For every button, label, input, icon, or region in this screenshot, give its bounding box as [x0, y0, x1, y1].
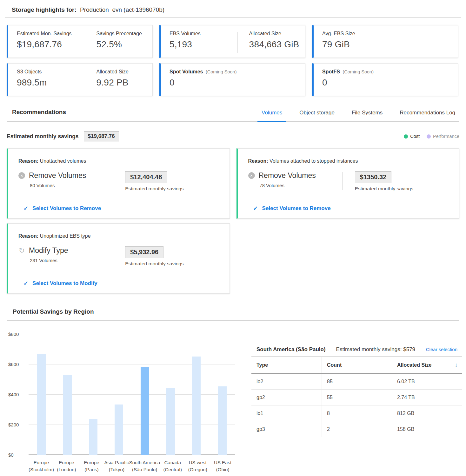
check-icon	[253, 205, 258, 212]
legend-item-performance: Performance	[427, 134, 459, 139]
legend: Cost Performance	[404, 134, 459, 139]
count-cell: 2	[322, 421, 392, 437]
action-row: Modify Type 231 Volumes $5,932.96 Estima…	[18, 246, 219, 267]
table-row: gp2 55 2.74 TB	[251, 390, 462, 405]
page-title-label: Storage highlights for:	[12, 6, 77, 13]
clear-selection-link[interactable]: Clear selection	[426, 347, 457, 352]
performance-dot-icon	[427, 134, 431, 139]
remove-volume-icon	[248, 172, 255, 179]
region-section-title: Potential Savings by Region	[7, 308, 459, 320]
allocated-size-cell: 6.02 TB	[392, 374, 462, 389]
kpi-label: EBS Volumes	[170, 31, 237, 37]
legend-cost-label: Cost	[410, 134, 420, 139]
tab-recommendations-log[interactable]: Recommendations Log	[396, 110, 459, 121]
kpi-label: Allocated Size	[97, 69, 152, 75]
action-row: Remove Volumes 78 Volumes $1350.32 Estim…	[248, 171, 449, 192]
kpi-value: $19,687.76	[17, 39, 85, 50]
bar-asia-pacific-tokyo[interactable]	[115, 405, 123, 455]
column-header-allocated-size[interactable]: Allocated Size	[392, 357, 462, 373]
table-row: io2 85 6.02 TB	[251, 374, 462, 390]
savings-label: Estimated monthly savings	[125, 186, 183, 192]
summary-value-badge: $19,687.76	[84, 131, 119, 141]
link-label: Select Volumes to Modify	[32, 280, 97, 287]
bar-europe-london[interactable]	[63, 375, 72, 455]
modify-type-refresh-icon	[18, 247, 25, 254]
kpi-value: 79 GiB	[322, 39, 458, 50]
check-icon	[23, 280, 28, 287]
reason-text: Unoptimized EBS type	[40, 233, 91, 239]
select-volumes-to-remove-link[interactable]: Select Volumes to Remove	[18, 198, 219, 212]
coming-soon-badge: (Coming Soon)	[206, 69, 237, 74]
savings-label: Estimated monthly savings	[355, 186, 413, 192]
bar-us-west-oregon[interactable]	[192, 357, 201, 455]
account-name: Production_evn (act-1396070b)	[80, 6, 164, 13]
type-cell: io2	[251, 374, 322, 389]
allocated-size-cell: 2.74 TB	[392, 390, 462, 405]
bar-europe-paris[interactable]	[89, 419, 97, 455]
bar-canada-central[interactable]	[166, 388, 175, 455]
reason-line: Reason: Unattached volumes	[18, 158, 219, 164]
kpi-value: 384,663 GiB	[249, 39, 305, 50]
reason-line: Reason: Volumes attached to stopped inst…	[248, 158, 449, 164]
x-axis-label: South America(São Paulo)	[129, 459, 160, 473]
page-header: Storage highlights for: Production_evn (…	[0, 0, 466, 13]
kpi-card-spotfs: SpotFS (Coming Soon) 0	[312, 63, 458, 96]
tab-file-systems[interactable]: File Systems	[348, 110, 387, 121]
legend-item-cost: Cost	[404, 134, 420, 139]
recommendations-header: Recommendations Volumes Object storage F…	[7, 109, 459, 122]
savings-value-badge: $1350.32	[355, 171, 391, 183]
y-axis-tick: $600	[8, 362, 23, 367]
link-label: Select Volumes to Remove	[32, 205, 101, 212]
bar-south-america-sao-paulo[interactable]	[141, 367, 149, 455]
kpi-value: 989.5m	[17, 78, 85, 88]
reason-label: Reason:	[248, 158, 268, 164]
reason-text: Unattached volumes	[40, 158, 86, 164]
bar-us-east-ohio[interactable]	[218, 386, 227, 455]
kpi-label: SpotFS (Coming Soon)	[322, 69, 458, 75]
kpi-product-name: Spot Volumes	[170, 69, 203, 74]
kpi-value: 52.5%	[97, 39, 152, 50]
table-row: io1 8 812 GB	[251, 405, 462, 421]
type-cell: gp3	[251, 421, 322, 437]
count-cell: 55	[322, 390, 392, 405]
y-axis-tick: $200	[8, 422, 23, 427]
kpi-value: 0	[322, 78, 458, 88]
x-axis-label: US East(Ohio)	[210, 459, 235, 473]
x-axis-label: US west(Oregon)	[185, 459, 210, 473]
sort-descending-icon[interactable]	[455, 362, 458, 368]
y-axis-tick: $0	[8, 452, 23, 458]
kpi-card-s3-objects: S3 Objects 989.5m Allocated Size 9.92 PB	[7, 63, 153, 96]
count-cell: 8	[322, 405, 392, 421]
recommendation-cards: Reason: Unattached volumes Remove Volume…	[7, 148, 459, 294]
kpi-card-grid: Estimated Mon. Savings $19,687.76 Saving…	[7, 25, 458, 96]
x-axis-labels: Europe(Stockholm) Europe(London) Europe(…	[29, 459, 235, 473]
savings-summary-row: Estimated monthly savings $19,687.76 Cos…	[7, 131, 459, 141]
table-header-row: Type Count Allocated Size	[251, 357, 462, 374]
kpi-card-avg-ebs-size: Avg. EBS Size 79 GiB	[312, 25, 458, 58]
x-axis-label: Europe(Paris)	[79, 459, 104, 473]
kpi-label: Savings Precentage	[97, 31, 152, 37]
legend-performance-label: Performance	[433, 134, 459, 139]
tab-object-storage[interactable]: Object storage	[295, 110, 339, 121]
column-header-type[interactable]: Type	[251, 357, 322, 373]
kpi-card-ebs-volumes: EBS Volumes 5,193 Allocated Size 384,663…	[159, 25, 305, 58]
bar-europe-stockholm[interactable]	[37, 354, 46, 455]
volume-count: 80 Volumes	[30, 183, 113, 188]
column-header-count[interactable]: Count	[322, 357, 392, 373]
x-axis-label: Canada(Central)	[160, 459, 185, 473]
volume-count: 231 Volumes	[30, 258, 113, 263]
selected-region-title: South America (São Paulo)	[256, 346, 326, 353]
x-axis-label: Europe(London)	[54, 459, 79, 473]
select-volumes-to-remove-link[interactable]: Select Volumes to Remove	[248, 198, 449, 212]
select-volumes-to-modify-link[interactable]: Select Volumes to Modify	[18, 273, 219, 287]
reason-text: Volumes attached to stopped instances	[270, 158, 358, 164]
x-axis-label: Europe(Stockholm)	[29, 459, 54, 473]
action-title: Remove Volumes	[29, 171, 86, 180]
header-divider	[5, 17, 461, 18]
reason-label: Reason:	[18, 158, 38, 164]
x-axis-label: Asia Pacific(Tokyo)	[104, 459, 129, 473]
type-cell: io1	[251, 405, 322, 421]
tab-volumes[interactable]: Volumes	[257, 110, 286, 121]
savings-value-badge: $12,404.48	[125, 171, 167, 183]
kpi-value: 0	[170, 78, 305, 88]
